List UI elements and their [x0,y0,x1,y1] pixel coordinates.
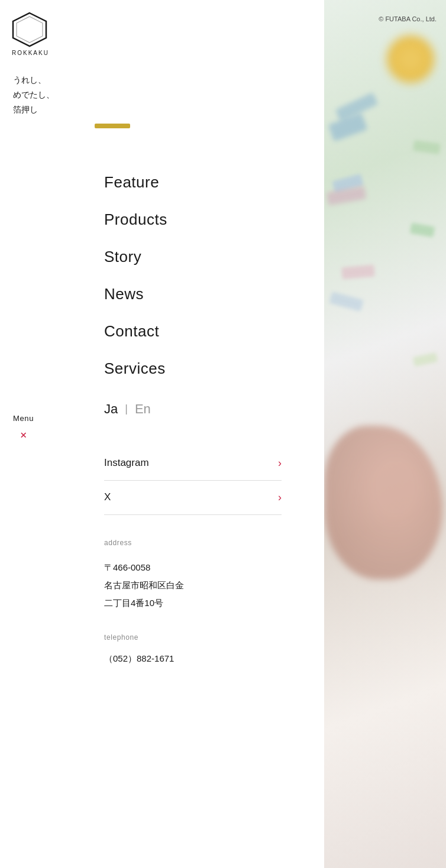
instagram-label: Instagram [104,457,149,469]
nav-item-services[interactable]: Services [104,350,324,387]
deco-blue-rect [335,92,379,122]
svg-marker-0 [13,13,46,46]
lang-en-button[interactable]: En [135,401,151,417]
nav-item-news[interactable]: News [104,276,324,313]
svg-marker-1 [17,17,43,43]
social-instagram-link[interactable]: Instagram › [104,446,282,481]
nav-item-story[interactable]: Story [104,238,324,276]
x-arrow-icon: › [278,491,282,504]
nav-item-contact[interactable]: Contact [104,313,324,350]
logo-text: ROKKAKU [12,50,49,56]
deco-green2-rect [413,352,438,367]
tagline: うれし、 めでたし、 箔押し [0,56,324,118]
close-icon: + [15,427,31,443]
right-panel-image: © FUTABA Co., Ltd. [324,0,446,868]
nav-item-products[interactable]: Products [104,201,324,238]
navigation-menu: Feature Products Story News Contact Serv… [0,128,324,387]
language-switcher: Ja | En [0,387,324,417]
deco-shape-2 [410,223,435,238]
telephone-label: telephone [104,633,324,642]
nav-item-feature[interactable]: Feature [104,164,324,201]
tagline-line1: うれし、 [13,73,324,88]
menu-close-button[interactable]: Menu + [13,414,34,443]
deco-pink-rect [327,186,367,206]
address-label: address [104,539,324,547]
rokkaku-logo-icon [12,12,47,47]
telephone-section: telephone （052）882-1671 [104,633,324,665]
instagram-arrow-icon: › [278,457,282,469]
x-label: X [104,491,111,503]
logo-area: ROKKAKU [12,12,49,56]
copyright-text: © FUTABA Co., Ltd. [379,14,437,25]
deco-shape-3 [341,265,375,280]
lang-separator: | [125,403,128,415]
header: ROKKAKU [0,0,324,56]
deco-blue2-rect [329,292,363,312]
address-postal: 〒466-0058 [104,559,324,576]
left-panel: ROKKAKU うれし、 めでたし、 箔押し Feature Products … [0,0,324,868]
address-line2: 二丁目4番10号 [104,594,324,612]
tagline-line3: 箔押し [13,102,324,117]
deco-hand [324,426,442,579]
social-links-section: Instagram › X › [104,446,324,515]
tagline-line2: めでたし、 [13,88,324,102]
address-line1: 名古屋市昭和区白金 [104,576,324,594]
menu-label: Menu [13,414,34,423]
deco-green-rect [413,140,441,154]
social-x-link[interactable]: X › [104,481,282,515]
telephone-number: （052）882-1671 [104,653,324,665]
gold-bar-decoration [95,124,130,128]
page-wrapper: ROKKAKU うれし、 めでたし、 箔押し Feature Products … [0,0,446,868]
lang-ja-button[interactable]: Ja [104,401,118,417]
address-section: address 〒466-0058 名古屋市昭和区白金 二丁目4番10号 [104,539,324,612]
